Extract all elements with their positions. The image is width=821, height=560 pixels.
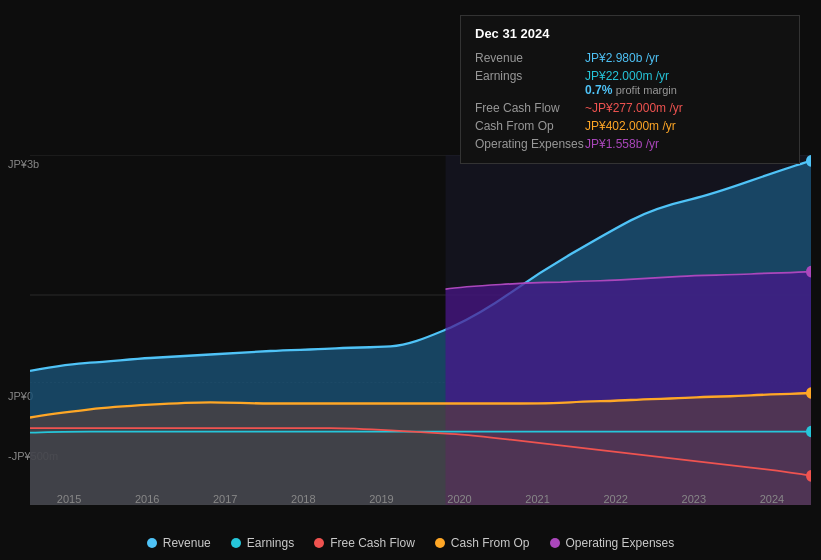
legend-dot-earnings <box>231 538 241 548</box>
chart-area <box>30 155 811 505</box>
x-label-2017: 2017 <box>213 493 237 505</box>
x-label-2024: 2024 <box>760 493 784 505</box>
legend-dot-opex <box>550 538 560 548</box>
legend-cash-from-op: Cash From Op <box>435 536 530 550</box>
x-label-2020: 2020 <box>447 493 471 505</box>
info-box: Dec 31 2024 Revenue JP¥2.980b /yr Earnin… <box>460 15 800 164</box>
legend-label-cfo: Cash From Op <box>451 536 530 550</box>
cash-from-op-value: JP¥402.000m /yr <box>585 117 785 135</box>
x-label-2021: 2021 <box>525 493 549 505</box>
legend-label-revenue: Revenue <box>163 536 211 550</box>
info-date: Dec 31 2024 <box>475 26 785 41</box>
chart-container: Dec 31 2024 Revenue JP¥2.980b /yr Earnin… <box>0 0 821 560</box>
legend-free-cash-flow: Free Cash Flow <box>314 536 415 550</box>
revenue-value: JP¥2.980b /yr <box>585 49 785 67</box>
legend-earnings: Earnings <box>231 536 294 550</box>
x-label-2018: 2018 <box>291 493 315 505</box>
earnings-label: Earnings <box>475 67 585 99</box>
revenue-row: Revenue JP¥2.980b /yr <box>475 49 785 67</box>
legend-dot-fcf <box>314 538 324 548</box>
x-label-2019: 2019 <box>369 493 393 505</box>
cash-from-op-label: Cash From Op <box>475 117 585 135</box>
x-label-2022: 2022 <box>603 493 627 505</box>
free-cash-flow-row: Free Cash Flow ~JP¥277.000m /yr <box>475 99 785 117</box>
legend-dot-revenue <box>147 538 157 548</box>
free-cash-flow-value: ~JP¥277.000m /yr <box>585 99 785 117</box>
legend-operating-expenses: Operating Expenses <box>550 536 675 550</box>
legend-label-earnings: Earnings <box>247 536 294 550</box>
earnings-row: Earnings JP¥22.000m /yr 0.7% profit marg… <box>475 67 785 99</box>
revenue-label: Revenue <box>475 49 585 67</box>
legend-dot-cfo <box>435 538 445 548</box>
operating-expenses-value: JP¥1.558b /yr <box>585 135 785 153</box>
legend-revenue: Revenue <box>147 536 211 550</box>
x-label-2015: 2015 <box>57 493 81 505</box>
legend-label-opex: Operating Expenses <box>566 536 675 550</box>
legend-label-fcf: Free Cash Flow <box>330 536 415 550</box>
x-label-2023: 2023 <box>682 493 706 505</box>
cash-from-op-row: Cash From Op JP¥402.000m /yr <box>475 117 785 135</box>
x-label-2016: 2016 <box>135 493 159 505</box>
free-cash-flow-label: Free Cash Flow <box>475 99 585 117</box>
x-axis-labels: 2015 2016 2017 2018 2019 2020 2021 2022 … <box>0 493 821 505</box>
operating-expenses-label: Operating Expenses <box>475 135 585 153</box>
operating-expenses-row: Operating Expenses JP¥1.558b /yr <box>475 135 785 153</box>
chart-legend: Revenue Earnings Free Cash Flow Cash Fro… <box>0 536 821 550</box>
earnings-value: JP¥22.000m /yr 0.7% profit margin <box>585 67 785 99</box>
